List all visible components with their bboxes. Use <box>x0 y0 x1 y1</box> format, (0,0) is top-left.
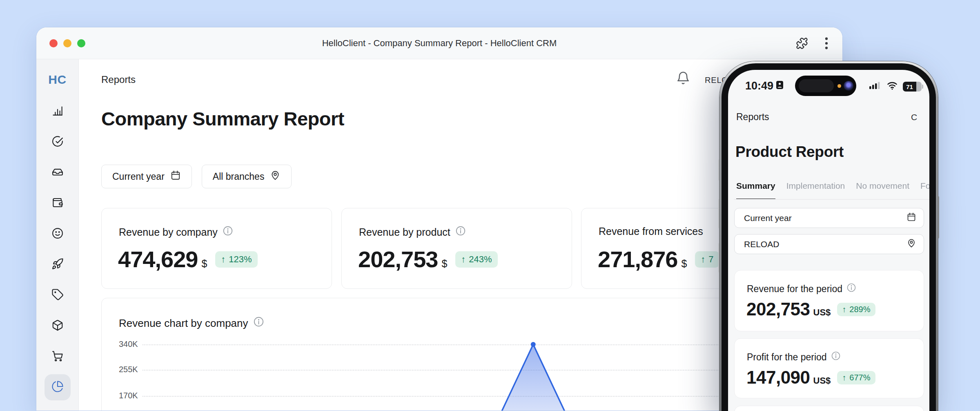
y-axis-tick: 340K <box>119 340 140 349</box>
sidebar-item-clients[interactable] <box>45 221 71 247</box>
notifications-bell-icon[interactable] <box>676 71 690 87</box>
period-filter-button[interactable]: Current year <box>101 165 192 188</box>
period-filter-label: Current year <box>112 171 165 182</box>
phone-card-next <box>734 406 924 411</box>
phone-card-title: Profit for the period <box>747 352 827 363</box>
package-icon <box>51 319 64 333</box>
info-icon[interactable] <box>831 351 841 363</box>
phone-breadcrumb: Reports <box>736 112 769 123</box>
smiley-icon <box>51 227 64 241</box>
helloclient-logo[interactable]: HC <box>48 71 66 88</box>
tab-implementation[interactable]: Implementation <box>786 181 845 200</box>
info-icon[interactable] <box>455 226 466 239</box>
wallet-icon <box>51 197 64 210</box>
inbox-icon <box>51 166 64 180</box>
revenue-area-chart <box>143 298 796 411</box>
stat-card-title: Revenue by company <box>119 226 218 238</box>
currency-label: $ <box>681 258 687 270</box>
phone-tabs: Summary Implementation No movement For p… <box>736 181 929 200</box>
y-axis-tick: 170K <box>119 391 140 400</box>
map-pin-icon <box>270 170 281 183</box>
info-icon[interactable] <box>846 283 856 295</box>
info-icon[interactable] <box>223 226 233 239</box>
tabs-divider <box>734 199 929 200</box>
focus-mode-icon <box>776 80 783 92</box>
camera-indicator-dot <box>837 84 841 88</box>
phone-screen: 10:49 71 Reports C Product Report Summar… <box>728 70 929 411</box>
stat-value: 474,629 <box>118 246 198 273</box>
y-axis-tick: 255K <box>119 365 140 374</box>
map-pin-icon <box>906 238 916 250</box>
tab-summary[interactable]: Summary <box>736 181 775 200</box>
wifi-icon <box>886 81 898 92</box>
browser-tab-title: HelloClient - Company Summary Report - H… <box>36 38 842 49</box>
check-circle-icon <box>51 135 64 149</box>
front-camera-lens <box>844 81 853 91</box>
sidebar-item-tasks[interactable] <box>45 129 71 155</box>
sidebar-item-shop[interactable] <box>45 344 71 370</box>
currency-label: $ <box>441 258 447 270</box>
app-sidebar: HC <box>36 59 79 411</box>
extensions-icon[interactable] <box>796 37 808 49</box>
bar-chart-icon <box>51 105 64 118</box>
phone-card-value: 202,753 <box>746 299 810 319</box>
delta-badge: 289% <box>837 303 875 316</box>
currency-label: $ <box>201 258 207 270</box>
stat-card-revenue-product: Revenue by product 202,753$243% <box>341 208 572 289</box>
cart-icon <box>51 350 64 364</box>
phone-mockup: 10:49 71 Reports C Product Report Summar… <box>719 61 938 411</box>
signal-strength-icon <box>869 81 882 92</box>
dynamic-island <box>795 76 856 96</box>
revenue-chart-card: Revenue chart by company 340K 255K 170K <box>101 298 812 411</box>
currency-label: US$ <box>813 307 831 318</box>
tag-icon <box>51 288 64 302</box>
phone-card-value: 147,090 <box>746 367 810 388</box>
speaker-slot <box>799 79 834 92</box>
phone-period-filter[interactable]: Current year <box>734 208 924 228</box>
sidebar-item-dashboard[interactable] <box>45 98 71 125</box>
delta-badge: 677% <box>837 371 875 384</box>
stat-card-title: Revenue by product <box>359 226 450 238</box>
tab-no-movement[interactable]: No movement <box>856 181 909 200</box>
phone-card-title: Revenue for the period <box>747 284 842 295</box>
phone-clock: 10:49 <box>745 80 783 92</box>
pie-chart-icon <box>51 380 64 394</box>
browser-titlebar: HelloClient - Company Summary Report - H… <box>36 27 842 59</box>
stat-card-revenue-company: Revenue by company 474,629$123% <box>101 208 332 289</box>
delta-badge: 7 <box>695 251 719 268</box>
branch-filter-label: All branches <box>213 171 265 182</box>
sidebar-item-inbox[interactable] <box>45 160 71 186</box>
delta-badge: 123% <box>215 251 257 268</box>
calendar-icon <box>906 212 916 224</box>
phone-card-revenue: Revenue for the period 202,753US$289% <box>734 270 924 331</box>
stat-value: 202,753 <box>358 246 438 273</box>
sidebar-item-reports[interactable] <box>45 374 71 400</box>
sidebar-item-prices[interactable] <box>45 282 71 308</box>
browser-menu-icon[interactable] <box>824 36 829 50</box>
stat-card-title: Revenue from services <box>599 226 703 237</box>
sidebar-item-marketing[interactable] <box>45 252 71 278</box>
battery-icon: 71 <box>903 82 922 92</box>
phone-period-label: Current year <box>744 213 792 223</box>
phone-branch-filter[interactable]: RELOAD <box>734 234 924 254</box>
currency-label: US$ <box>813 375 831 386</box>
sidebar-item-payments[interactable] <box>45 190 71 217</box>
delta-badge: 243% <box>455 251 497 268</box>
tab-for-purchase[interactable]: For purchase <box>920 181 929 200</box>
phone-branch-label: RELOAD <box>744 239 779 249</box>
page-title: Company Summary Report <box>101 107 344 130</box>
branch-filter-button[interactable]: All branches <box>202 165 292 188</box>
phone-card-profit: Profit for the period 147,090US$677% <box>734 338 924 398</box>
phone-nav-right: C <box>911 112 917 122</box>
breadcrumb: Reports <box>101 74 136 85</box>
sidebar-item-inventory[interactable] <box>45 313 71 339</box>
rocket-icon <box>51 258 64 272</box>
calendar-icon <box>170 170 181 183</box>
stat-value: 271,876 <box>598 246 677 273</box>
phone-page-title: Product Report <box>735 143 844 161</box>
